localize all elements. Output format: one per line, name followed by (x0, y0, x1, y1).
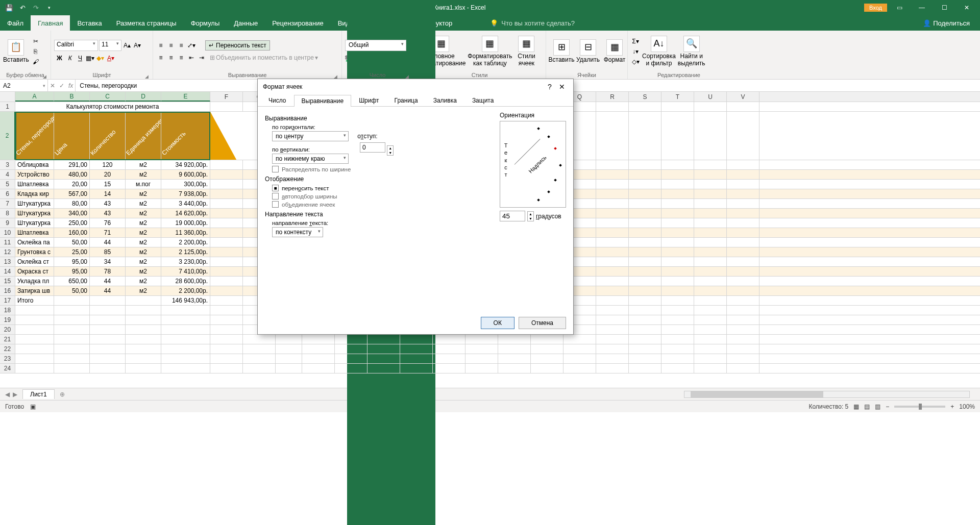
tab-home[interactable]: Главная (31, 15, 70, 31)
save-icon[interactable]: 💾 (3, 2, 15, 14)
cell[interactable]: 567,00 (54, 189, 90, 198)
cell[interactable] (210, 286, 243, 295)
cell[interactable]: Количество (90, 112, 126, 160)
cell[interactable] (694, 160, 727, 169)
sheet-next-icon[interactable]: ▶ (13, 391, 17, 398)
cell[interactable] (210, 315, 243, 324)
cell[interactable] (335, 335, 368, 344)
cell[interactable] (498, 344, 531, 354)
row-header[interactable]: 13 (0, 257, 15, 266)
add-sheet-icon[interactable]: ⊕ (55, 391, 70, 398)
column-header[interactable]: C (90, 92, 126, 102)
tab-review[interactable]: Рецензирование (265, 15, 330, 31)
cell[interactable] (629, 170, 662, 179)
cell[interactable] (662, 325, 694, 334)
cell[interactable] (596, 335, 629, 344)
cell[interactable] (694, 325, 727, 334)
row-header[interactable]: 6 (0, 189, 15, 198)
cell-styles-button[interactable]: ▦Стили ячеек (514, 36, 538, 67)
increase-font-icon[interactable]: A▴ (122, 41, 132, 50)
cell[interactable]: м2 (126, 218, 161, 228)
row-header[interactable]: 12 (0, 247, 15, 257)
cell[interactable]: 28 600,00р. (161, 277, 210, 286)
cell[interactable] (210, 267, 243, 276)
cell[interactable] (15, 354, 54, 363)
cell[interactable] (90, 335, 126, 344)
cell[interactable]: Шпатлевка (15, 228, 54, 237)
cell[interactable] (596, 315, 629, 324)
cell[interactable] (564, 364, 596, 373)
cell[interactable]: м2 (126, 189, 161, 198)
cell[interactable] (465, 354, 498, 363)
horizontal-scrollbar[interactable] (70, 391, 980, 398)
zoom-slider[interactable] (894, 406, 945, 408)
cell[interactable] (126, 335, 161, 344)
cell[interactable]: Кладка кир (15, 189, 54, 198)
dialog-tab[interactable]: Заливка (426, 94, 464, 106)
row-header[interactable]: 5 (0, 180, 15, 189)
indent-input[interactable]: 0 (360, 142, 385, 153)
cell[interactable] (629, 247, 662, 257)
cell[interactable] (727, 180, 760, 189)
cell[interactable] (400, 344, 433, 354)
cell[interactable] (629, 102, 662, 111)
cell[interactable] (662, 228, 694, 237)
cell[interactable] (694, 102, 727, 111)
cell[interactable]: 44 (90, 286, 126, 295)
row-header[interactable]: 17 (0, 296, 15, 305)
cell[interactable] (694, 238, 727, 247)
cell[interactable]: 95,00 (54, 257, 90, 266)
cell[interactable]: Облицовка (15, 160, 54, 169)
cell[interactable]: Штукатурка (15, 209, 54, 218)
cell[interactable]: м2 (126, 199, 161, 208)
cell[interactable]: Штукатурка (15, 199, 54, 208)
cell[interactable]: 160,00 (54, 228, 90, 237)
cell[interactable] (498, 364, 531, 373)
row-header[interactable]: 7 (0, 199, 15, 208)
cell[interactable]: 85 (90, 247, 126, 257)
column-header[interactable]: T (662, 92, 694, 102)
cell[interactable] (596, 247, 629, 257)
cell[interactable] (210, 238, 243, 247)
cell[interactable] (727, 218, 760, 228)
cell[interactable] (662, 315, 694, 324)
cell[interactable]: 95,00 (54, 267, 90, 276)
cell[interactable] (90, 315, 126, 324)
cell[interactable] (727, 315, 760, 324)
cell[interactable] (694, 228, 727, 237)
cell[interactable] (662, 189, 694, 198)
cell[interactable] (727, 277, 760, 286)
cell[interactable]: Оклейка па (15, 238, 54, 247)
redo-icon[interactable]: ↷ (30, 2, 42, 14)
cell[interactable] (629, 189, 662, 198)
macro-record-icon[interactable]: ▣ (30, 403, 36, 410)
row-header[interactable]: 14 (0, 267, 15, 276)
row-header[interactable]: 1 (0, 102, 15, 111)
column-header[interactable]: U (694, 92, 727, 102)
cell[interactable] (564, 354, 596, 363)
cell[interactable] (727, 364, 760, 373)
cell[interactable] (727, 257, 760, 266)
cell[interactable] (368, 344, 400, 354)
column-header[interactable]: B (54, 92, 90, 102)
insert-cells-button[interactable]: ⊞Вставить (549, 39, 574, 64)
dialog-tab[interactable]: Шрифт (351, 94, 386, 106)
cell[interactable] (531, 354, 564, 363)
italic-button[interactable]: К (66, 53, 75, 63)
row-header[interactable]: 3 (0, 160, 15, 169)
cell[interactable] (596, 189, 629, 198)
cell[interactable] (629, 112, 662, 160)
cell[interactable] (596, 112, 629, 160)
format-cells-button[interactable]: ▦Формат (602, 39, 627, 64)
cell[interactable]: Единица измерения (126, 112, 161, 160)
cell[interactable] (210, 170, 243, 179)
cell[interactable] (596, 102, 629, 111)
cell[interactable] (210, 306, 243, 315)
cell[interactable] (596, 344, 629, 354)
cell[interactable] (210, 112, 243, 160)
tab-data[interactable]: Данные (227, 15, 265, 31)
cell[interactable]: 146 943,00р. (161, 296, 210, 305)
cell[interactable]: 3 440,00р. (161, 199, 210, 208)
cell[interactable] (629, 354, 662, 363)
cell[interactable] (210, 364, 243, 373)
